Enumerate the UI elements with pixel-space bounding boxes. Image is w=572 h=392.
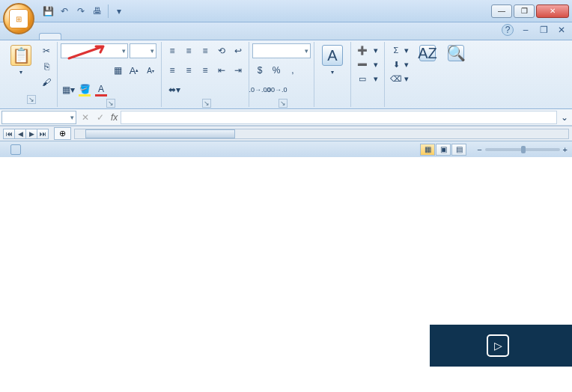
- align-left-icon[interactable]: ≡: [165, 63, 180, 78]
- cut-icon[interactable]: ✂: [39, 43, 54, 58]
- quick-access-toolbar: 💾 ↶ ↷ 🖶 ▾: [42, 4, 125, 18]
- close-workbook-icon[interactable]: ✕: [556, 24, 568, 36]
- enter-formula-icon[interactable]: ✓: [93, 110, 108, 125]
- currency-icon[interactable]: $: [252, 63, 267, 78]
- orientation-icon[interactable]: ⟲: [214, 43, 229, 58]
- wrap-text-icon[interactable]: ↩: [231, 43, 246, 58]
- merge-center-icon[interactable]: ⬌▾: [165, 82, 184, 97]
- fill-color-icon[interactable]: 🪣: [77, 82, 92, 97]
- formula-input[interactable]: [121, 111, 557, 124]
- align-top-icon[interactable]: ≡: [165, 43, 180, 58]
- font-name-select[interactable]: [61, 43, 128, 58]
- horizontal-scrollbar[interactable]: [74, 129, 569, 139]
- save-icon[interactable]: 💾: [42, 5, 54, 17]
- font-color-icon[interactable]: A: [94, 82, 109, 97]
- expand-formula-bar-icon[interactable]: ⌄: [557, 110, 572, 125]
- styles-icon: A: [322, 45, 343, 66]
- tab-formulas[interactable]: [103, 34, 124, 40]
- minimize-ribbon-icon[interactable]: –: [520, 24, 532, 36]
- tab-view[interactable]: [166, 34, 187, 40]
- phonetic-icon[interactable]: [110, 82, 125, 97]
- delete-cells-button[interactable]: ➖▾: [354, 58, 381, 71]
- clear-button[interactable]: ⌫▾: [388, 72, 412, 85]
- tab-data[interactable]: [124, 34, 145, 40]
- number-format-select[interactable]: [252, 43, 311, 58]
- minimize-button[interactable]: —: [491, 4, 512, 18]
- maximize-button[interactable]: ❐: [514, 4, 535, 18]
- zoom-control[interactable]: − +: [474, 145, 568, 154]
- title-bar: 💾 ↶ ↷ 🖶 ▾ — ❐ ✕: [0, 0, 572, 22]
- find-select-button[interactable]: 🔍: [443, 43, 469, 64]
- redo-icon[interactable]: ↷: [75, 5, 87, 17]
- increase-indent-icon[interactable]: ⇥: [231, 63, 246, 78]
- zoom-out-icon[interactable]: −: [477, 145, 481, 154]
- copy-icon[interactable]: ⎘: [39, 59, 54, 74]
- font-launcher-icon[interactable]: ↘: [106, 99, 115, 108]
- underline-button[interactable]: [94, 63, 109, 78]
- formula-bar: ✕ ✓ fx ⌄: [0, 109, 572, 126]
- zoom-in-icon[interactable]: +: [563, 145, 568, 154]
- format-painter-icon[interactable]: 🖌: [39, 75, 54, 90]
- fill-button[interactable]: ⬇▾: [388, 58, 412, 71]
- normal-view-icon[interactable]: ▦: [420, 144, 435, 156]
- restore-window-icon[interactable]: ❐: [538, 24, 550, 36]
- group-styles: A ▾: [314, 42, 351, 107]
- clipboard-launcher-icon[interactable]: ↘: [27, 95, 36, 104]
- align-middle-icon[interactable]: ≡: [181, 43, 196, 58]
- grow-font-icon[interactable]: A▴: [127, 63, 142, 78]
- tab-insert[interactable]: [61, 34, 82, 40]
- tab-review[interactable]: [145, 34, 166, 40]
- last-sheet-icon[interactable]: ⏭: [37, 129, 49, 139]
- cancel-formula-icon[interactable]: ✕: [78, 110, 93, 125]
- new-sheet-icon[interactable]: ⊕: [54, 127, 71, 140]
- close-button[interactable]: ✕: [536, 4, 569, 18]
- page-break-view-icon[interactable]: ▤: [451, 144, 466, 156]
- paste-button[interactable]: 📋 ▾: [6, 43, 36, 77]
- insert-cells-button[interactable]: ➕▾: [354, 43, 381, 57]
- align-center-icon[interactable]: ≡: [181, 63, 196, 78]
- window-controls: — ❐ ✕: [491, 4, 569, 18]
- fill-icon: ⬇: [391, 59, 401, 70]
- play-icon: ▷: [487, 334, 509, 357]
- clear-icon: ⌫: [391, 73, 401, 84]
- zoom-slider[interactable]: [485, 148, 560, 151]
- watermark: ▷: [430, 325, 572, 367]
- sort-filter-button[interactable]: AZ: [415, 43, 440, 64]
- office-button[interactable]: ⊞: [3, 3, 34, 34]
- italic-button[interactable]: [77, 63, 92, 78]
- fx-icon[interactable]: fx: [111, 112, 118, 123]
- paste-icon: 📋: [10, 45, 31, 66]
- group-number: $ % , .0→.00 .00→.0 ↘: [249, 42, 314, 107]
- group-alignment: ≡ ≡ ≡ ⟲ ↩ ≡ ≡ ≡ ⇤ ⇥ ⬌▾ ↘: [162, 42, 249, 107]
- align-launcher-icon[interactable]: ↘: [202, 99, 211, 108]
- tab-page-layout[interactable]: [82, 34, 103, 40]
- align-bottom-icon[interactable]: ≡: [198, 43, 213, 58]
- border-dropdown-icon[interactable]: ▦▾: [61, 82, 76, 97]
- macro-record-icon[interactable]: [10, 144, 21, 155]
- tab-home[interactable]: [39, 33, 61, 40]
- group-editing: Σ▾ ⬇▾ ⌫▾ AZ 🔍: [385, 42, 472, 107]
- styles-button[interactable]: A ▾: [317, 43, 347, 77]
- next-sheet-icon[interactable]: ▶: [25, 129, 37, 139]
- font-size-select[interactable]: [130, 43, 156, 58]
- page-layout-view-icon[interactable]: ▣: [436, 144, 451, 156]
- bold-button[interactable]: [61, 63, 76, 78]
- border-icon[interactable]: ▦: [110, 63, 125, 78]
- align-right-icon[interactable]: ≡: [198, 63, 213, 78]
- first-sheet-icon[interactable]: ⏮: [3, 129, 15, 139]
- shrink-font-icon[interactable]: A▾: [143, 63, 158, 78]
- number-launcher-icon[interactable]: ↘: [279, 99, 287, 108]
- tab-acrobat[interactable]: [187, 34, 208, 40]
- print-icon[interactable]: 🖶: [91, 5, 103, 17]
- comma-icon[interactable]: ,: [285, 63, 300, 78]
- format-cells-button[interactable]: ▭▾: [354, 72, 381, 85]
- percent-icon[interactable]: %: [269, 63, 284, 78]
- autosum-button[interactable]: Σ▾: [388, 43, 412, 57]
- undo-icon[interactable]: ↶: [58, 5, 70, 17]
- help-icon[interactable]: ?: [502, 24, 514, 36]
- decrease-decimal-icon[interactable]: .00→.0: [269, 82, 284, 97]
- qat-customize-icon[interactable]: ▾: [113, 5, 125, 17]
- name-box[interactable]: [1, 111, 76, 124]
- prev-sheet-icon[interactable]: ◀: [14, 129, 26, 139]
- decrease-indent-icon[interactable]: ⇤: [214, 63, 229, 78]
